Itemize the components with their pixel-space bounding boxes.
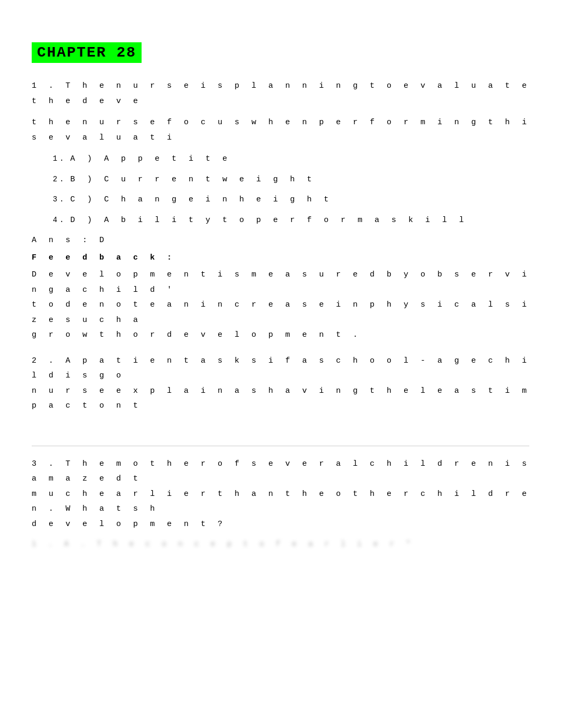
option-1b-num: 2. xyxy=(53,172,66,187)
question-1-text-line1: 1 . T h e n u r s e i s p l a n n i n g … xyxy=(32,79,529,109)
option-1c: 3. C ) C h a n g e i n h e i g h t xyxy=(53,192,529,208)
feedback-1-line3: g r o w t h o r d e v e l o p m e n t . xyxy=(32,328,529,343)
section-divider xyxy=(32,446,529,446)
feedback-1-line2: t o d e n o t e a n i n c r e a s e i n … xyxy=(32,298,529,328)
question-2-line1: 2 . A p a t i e n t a s k s i f a s c h … xyxy=(32,354,529,384)
option-1a-num: 1. xyxy=(53,152,66,166)
question-3: 3 . T h e m o t h e r o f s e v e r a l … xyxy=(32,457,529,551)
answer-1: A n s : D xyxy=(32,233,529,248)
option-1a: 1. A ) A p p e t i t e xyxy=(53,152,529,167)
feedback-1-line1: D e v e l o p m e n t i s m e a s u r e … xyxy=(32,268,529,298)
question-1-text-line2: t h e n u r s e f o c u s w h e n p e r … xyxy=(32,115,529,145)
question-3-line1: 3 . T h e m o t h e r o f s e v e r a l … xyxy=(32,457,529,487)
option-1a-label: A ) A p p e t i t e xyxy=(70,152,229,167)
feedback-1-label: F e e d b a c k : xyxy=(32,251,529,266)
question-3-blurred-option: 1 . A . T h e c o n c e p t o f e a r l … xyxy=(32,537,529,551)
question-2-line2: n u r s e e x p l a i n a s h a v i n g … xyxy=(32,384,529,414)
chapter-title: CHAPTER 28 xyxy=(32,42,142,63)
question-3-line2: m u c h e a r l i e r t h a n t h e o t … xyxy=(32,487,529,517)
question-1: 1 . T h e n u r s e i s p l a n n i n g … xyxy=(32,79,529,343)
question-3-line3: d e v e l o p m e n t ? xyxy=(32,517,529,532)
option-1b-label: B ) C u r r e n t w e i g h t xyxy=(70,172,314,188)
question-2: 2 . A p a t i e n t a s k s i f a s c h … xyxy=(32,354,529,414)
option-1d-num: 4. xyxy=(53,213,66,227)
option-1d-label: D ) A b i l i t y t o p e r f o r m a s … xyxy=(70,213,466,228)
option-1c-num: 3. xyxy=(53,192,66,207)
option-1d: 4. D ) A b i l i t y t o p e r f o r m a… xyxy=(53,213,529,228)
feedback-1-text: D e v e l o p m e n t i s m e a s u r e … xyxy=(32,268,529,343)
option-1b: 2. B ) C u r r e n t w e i g h t xyxy=(53,172,529,188)
option-1c-label: C ) C h a n g e i n h e i g h t xyxy=(70,192,331,208)
